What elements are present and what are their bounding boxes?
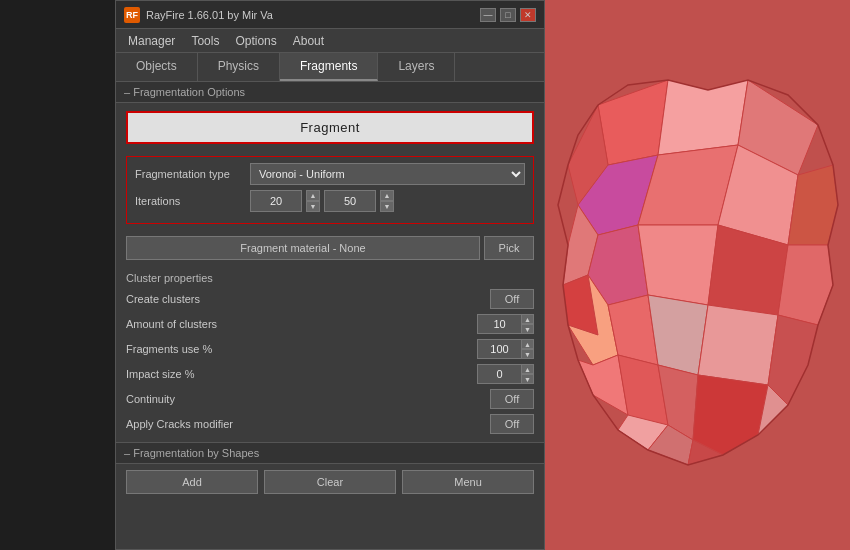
- svg-marker-1: [598, 80, 668, 165]
- maximize-button[interactable]: □: [500, 8, 516, 22]
- svg-marker-11: [638, 225, 718, 305]
- fragments-use-value: 100: [477, 339, 521, 359]
- rayfire-window: RF RayFire 1.66.01 by Mir Va — □ ✕ Manag…: [115, 0, 545, 550]
- fragments-use-up[interactable]: ▲: [521, 339, 534, 349]
- voronoi-display: [545, 75, 850, 475]
- iterations-extra-arrows: ▲ ▼: [380, 190, 394, 212]
- menu-bar: Manager Tools Options About: [116, 29, 544, 53]
- shapes-clear-button[interactable]: Clear: [264, 470, 396, 494]
- create-clusters-label: Create clusters: [126, 293, 490, 305]
- cluster-section: Cluster properties Create clusters Off A…: [116, 268, 544, 442]
- material-button[interactable]: Fragment material - None: [126, 236, 480, 260]
- minimize-button[interactable]: —: [480, 8, 496, 22]
- fragmentation-section-header: – Fragmentation Options: [116, 82, 544, 103]
- fragments-use-row: Fragments use % 100 ▲ ▼: [126, 338, 534, 360]
- iterations-up-arrow[interactable]: ▲: [306, 190, 320, 201]
- shapes-buttons: Add Clear Menu: [116, 464, 544, 500]
- canvas-area: [545, 0, 850, 550]
- window-controls: — □ ✕: [480, 8, 536, 22]
- impact-size-label: Impact size %: [126, 368, 477, 380]
- amount-clusters-row: Amount of clusters 10 ▲ ▼: [126, 313, 534, 335]
- impact-size-arrows: ▲ ▼: [521, 364, 534, 384]
- amount-clusters-input-wrap: 10 ▲ ▼: [477, 314, 534, 334]
- amount-clusters-arrows: ▲ ▼: [521, 314, 534, 334]
- iterations-down-arrow[interactable]: ▼: [306, 201, 320, 212]
- continuity-label: Continuity: [126, 393, 490, 405]
- menu-about[interactable]: About: [285, 32, 332, 50]
- amount-clusters-down[interactable]: ▼: [521, 324, 534, 334]
- menu-manager[interactable]: Manager: [120, 32, 183, 50]
- voronoi-fragments: [563, 80, 838, 465]
- iterations-label: Iterations: [135, 195, 250, 207]
- pick-button[interactable]: Pick: [484, 236, 534, 260]
- fragmentation-type-label: Fragmentation type: [135, 168, 250, 180]
- svg-marker-13: [778, 245, 833, 325]
- shapes-add-button[interactable]: Add: [126, 470, 258, 494]
- fragment-button-container: Fragment: [116, 103, 544, 152]
- continuity-toggle[interactable]: Off: [490, 389, 534, 409]
- iterations-input-group: ▲ ▼ ▲ ▼: [250, 190, 394, 212]
- amount-clusters-up[interactable]: ▲: [521, 314, 534, 324]
- create-clusters-toggle[interactable]: Off: [490, 289, 534, 309]
- amount-clusters-value: 10: [477, 314, 521, 334]
- shapes-section-header: – Fragmentation by Shapes: [116, 442, 544, 464]
- fragments-use-down[interactable]: ▼: [521, 349, 534, 359]
- tab-bar: Objects Physics Fragments Layers: [116, 53, 544, 82]
- impact-size-row: Impact size % 0 ▲ ▼: [126, 363, 534, 385]
- close-button[interactable]: ✕: [520, 8, 536, 22]
- amount-clusters-label: Amount of clusters: [126, 318, 477, 330]
- continuity-row: Continuity Off: [126, 388, 534, 410]
- impact-size-up[interactable]: ▲: [521, 364, 534, 374]
- tab-objects[interactable]: Objects: [116, 53, 198, 81]
- svg-marker-2: [658, 80, 748, 155]
- cluster-header: Cluster properties: [126, 272, 534, 284]
- tab-layers[interactable]: Layers: [378, 53, 455, 81]
- iterations-input[interactable]: [250, 190, 302, 212]
- content-area: – Fragmentation Options Fragment Fragmen…: [116, 82, 544, 549]
- title-bar: RF RayFire 1.66.01 by Mir Va — □ ✕: [116, 1, 544, 29]
- fragmentation-type-select[interactable]: Voronoi - Uniform: [250, 163, 525, 185]
- iterations-extra-up-arrow[interactable]: ▲: [380, 190, 394, 201]
- fragments-use-label: Fragments use %: [126, 343, 477, 355]
- iterations-extra-down-arrow[interactable]: ▼: [380, 201, 394, 212]
- app-icon: RF: [124, 7, 140, 23]
- fragmentation-type-row: Fragmentation type Voronoi - Uniform: [135, 163, 525, 185]
- impact-size-input-wrap: 0 ▲ ▼: [477, 364, 534, 384]
- svg-marker-18: [698, 305, 778, 385]
- app-title: RayFire 1.66.01 by Mir Va: [146, 9, 480, 21]
- menu-tools[interactable]: Tools: [183, 32, 227, 50]
- cracks-label: Apply Cracks modifier: [126, 418, 490, 430]
- left-sidebar: [0, 0, 115, 550]
- material-row: Fragment material - None Pick: [116, 232, 544, 268]
- fragment-button[interactable]: Fragment: [126, 111, 534, 144]
- iterations-extra-input[interactable]: [324, 190, 376, 212]
- shapes-menu-button[interactable]: Menu: [402, 470, 534, 494]
- create-clusters-row: Create clusters Off: [126, 288, 534, 310]
- menu-options[interactable]: Options: [227, 32, 284, 50]
- impact-size-down[interactable]: ▼: [521, 374, 534, 384]
- tab-physics[interactable]: Physics: [198, 53, 280, 81]
- fragments-use-arrows: ▲ ▼: [521, 339, 534, 359]
- cracks-row: Apply Cracks modifier Off: [126, 413, 534, 435]
- options-box: Fragmentation type Voronoi - Uniform Ite…: [126, 156, 534, 224]
- iterations-arrows: ▲ ▼: [306, 190, 320, 212]
- fragments-use-input-wrap: 100 ▲ ▼: [477, 339, 534, 359]
- svg-marker-23: [693, 375, 768, 455]
- impact-size-value: 0: [477, 364, 521, 384]
- cracks-toggle[interactable]: Off: [490, 414, 534, 434]
- tab-fragments[interactable]: Fragments: [280, 53, 378, 81]
- iterations-row: Iterations ▲ ▼ ▲ ▼: [135, 190, 525, 212]
